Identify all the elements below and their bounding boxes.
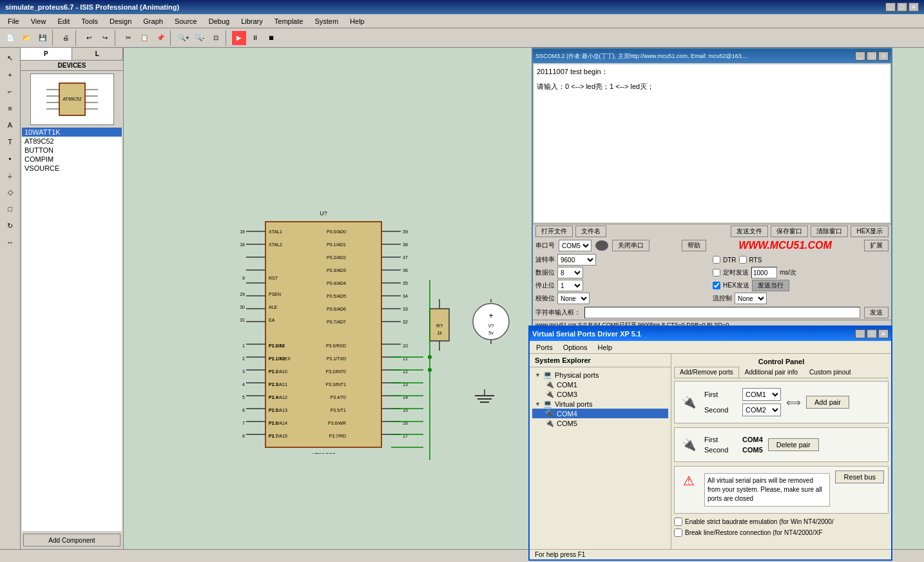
component-tool[interactable]: + [3,67,18,82]
copy-button[interactable]: 📋 [137,30,152,46]
vsp-first-select[interactable]: COM1 COM2 [742,388,781,401]
sscom-port-select[interactable]: COM5 [559,240,592,251]
sscom-baud-select[interactable]: 9600 [557,254,596,266]
sscom-dtr-check[interactable] [713,256,720,264]
undo-button[interactable]: ↩ [81,30,97,46]
menu-source[interactable]: Source [169,16,202,26]
menu-graph[interactable]: Graph [138,16,168,26]
sscom-timed-input[interactable] [751,267,777,278]
print-button[interactable]: 🖨 [58,30,73,46]
vsp-com3[interactable]: 🔌 COM3 [532,389,668,399]
vsp-menu-ports[interactable]: Ports [532,343,557,352]
sscom-open-file-btn[interactable]: 打开文件 [535,226,573,237]
sscom-help-btn[interactable]: 帮助 [682,240,706,251]
comp-item-compim[interactable]: COMPIM [22,155,122,164]
menu-file[interactable]: File [3,16,24,26]
new-button[interactable]: 📄 [3,30,18,46]
vsp-virtual-ports[interactable]: ▼ 💻 Virtual ports [532,399,668,409]
port-tool[interactable]: □ [3,201,18,217]
sscom-send-input[interactable] [584,307,860,318]
vsp-close[interactable]: × [878,329,889,338]
stop-button[interactable]: ⏹ [264,30,279,46]
sscom-flow-select[interactable]: None [735,293,767,304]
vsp-break-line-check[interactable] [674,528,682,537]
run-button[interactable]: ▶ [231,30,247,46]
sscom-timed-check[interactable] [713,269,720,276]
vsp-tab-pair-info[interactable]: Additional pair info [739,367,804,378]
wire-tool[interactable]: ⌐ [3,84,18,99]
sscom-hex-send-check[interactable] [713,282,720,289]
vsp-menu-help[interactable]: Help [594,343,617,352]
sscom-send-main-btn[interactable]: 发送 [864,307,889,318]
vsp-maximize[interactable]: □ [867,329,877,338]
mirror-tool[interactable]: ↔ [3,235,18,250]
vsp-tab-pinout[interactable]: Custom pinout [804,367,856,378]
menu-template[interactable]: Template [269,16,309,26]
rotate-tool[interactable]: ↻ [3,218,18,233]
menu-library[interactable]: Library [236,16,268,26]
vsp-delete-pair-btn[interactable]: Delete pair [768,438,819,451]
comp-item-10watt[interactable]: 10WATT1K [22,128,122,137]
vsp-com1[interactable]: 🔌 COM1 [532,380,668,389]
sscom-send-file-btn[interactable]: 发送文件 [731,226,768,237]
open-button[interactable]: 📂 [19,30,34,46]
text-tool[interactable]: T [3,134,18,150]
sscom-data-select[interactable]: 8 [557,267,583,278]
minimize-button[interactable]: _ [885,3,896,12]
vsp-physical-ports[interactable]: ▼ 💻 Physical ports [532,370,668,380]
bus-tool[interactable]: ≡ [3,101,18,116]
sscom-close[interactable]: × [878,52,889,61]
sscom-rts-check[interactable] [739,256,747,264]
sscom-clear-btn[interactable]: 清除窗口 [811,226,848,237]
maximize-button[interactable]: □ [897,3,907,12]
add-component-button[interactable]: Add Component [23,534,120,547]
sscom-hex-btn[interactable]: HEX显示 [851,226,889,237]
vsp-com5[interactable]: 🔌 COM5 [532,418,668,428]
cut-button[interactable]: ✂ [120,30,136,46]
sscom-close-port-btn[interactable]: 关闭串口 [612,240,650,251]
terminal-tool[interactable]: ◇ [3,184,18,200]
save-button[interactable]: 💾 [35,30,50,46]
comp-item-at89c52[interactable]: AT89C52 [22,137,122,146]
tab-p[interactable]: P [21,48,72,60]
menu-debug[interactable]: Debug [204,16,235,26]
comp-item-button[interactable]: BUTTON [22,146,122,155]
close-button[interactable]: × [909,3,919,12]
zoom-in-button[interactable]: 🔍+ [176,30,191,46]
vsp-com4[interactable]: 🔌 COM4 [532,409,668,418]
sscom-indicator [595,240,608,251]
power-tool[interactable]: ⏚ [3,168,18,183]
redo-button[interactable]: ↪ [97,30,113,46]
comp-item-vsource[interactable]: VSOURCE [22,164,122,173]
toolbar-separator-1 [52,30,56,46]
zoom-fit-button[interactable]: ⊡ [208,30,224,46]
tab-l[interactable]: L [72,48,124,60]
menu-help[interactable]: Help [345,16,370,26]
sscom-flow-label: 流控制 [713,294,732,303]
vsp-menu-options[interactable]: Options [559,343,592,352]
sscom-check-select[interactable]: None [557,293,590,304]
menu-system[interactable]: System [309,16,343,26]
menu-view[interactable]: View [26,16,52,26]
vsp-tab-add-remove[interactable]: Add/Remove ports [674,367,739,378]
menu-tools[interactable]: Tools [76,16,103,26]
vsp-minimize[interactable]: _ [855,329,865,338]
vsp-add-pair-btn[interactable]: Add pair [806,396,849,409]
vsp-reset-bus-btn[interactable]: Reset bus [835,470,884,483]
sscom-maximize[interactable]: □ [867,52,877,61]
paste-button[interactable]: 📌 [153,30,168,46]
vsp-strict-baud-check[interactable] [674,518,682,526]
sscom-minimize[interactable]: _ [855,52,865,61]
zoom-out-button[interactable]: 🔍- [192,30,207,46]
sscom-save-window-btn[interactable]: 保存窗口 [771,226,808,237]
pointer-tool[interactable]: ↖ [3,50,18,66]
junction-tool[interactable]: • [3,151,18,166]
sscom-expand-btn[interactable]: 扩展 [864,240,889,251]
sscom-filename-btn[interactable]: 文件名 [575,226,606,237]
pause-button[interactable]: ⏸ [247,30,263,46]
menu-design[interactable]: Design [104,16,137,26]
sscom-stop-select[interactable]: 1 [557,280,583,291]
vsp-second-select[interactable]: COM1 COM2 [742,403,781,416]
menu-edit[interactable]: Edit [52,16,75,26]
label-tool[interactable]: A [3,117,18,133]
